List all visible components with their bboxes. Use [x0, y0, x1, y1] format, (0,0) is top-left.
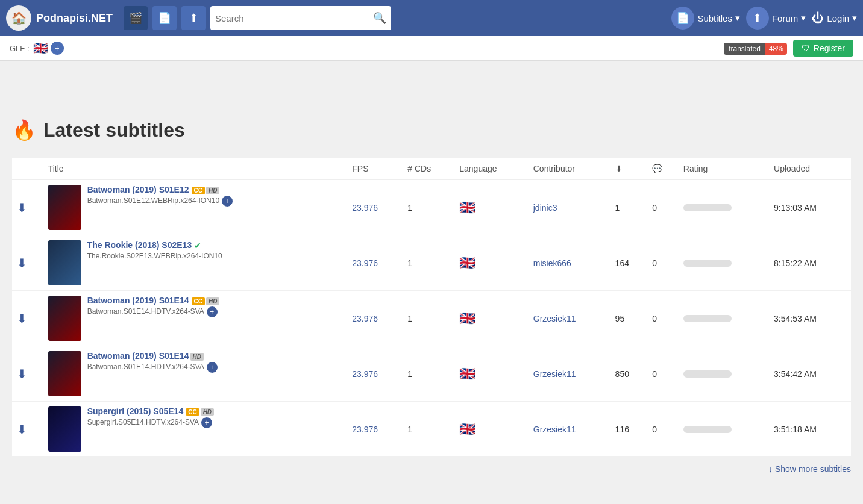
thumbnail [48, 185, 81, 230]
col-uploaded: Uploaded [769, 158, 851, 180]
table-row: ⬇ The Rookie (2018) S02E13✔ The.Rookie.S… [12, 235, 851, 291]
table-body: ⬇ Batwoman (2019) S01E12CCHD Batwoman.S0… [12, 180, 851, 457]
title-link[interactable]: Batwoman (2019) S01E14 [87, 296, 189, 305]
show-more-link[interactable]: ↓ Show more subtitles [768, 464, 851, 474]
subtitles-table: Title FPS # CDs Language Contributor ⬇ 💬… [12, 158, 851, 457]
download-cell: ⬇ [12, 346, 43, 402]
search-button[interactable]: 🔍 [373, 11, 386, 25]
language-cell: 🇬🇧 [454, 346, 529, 402]
nav-right: 📄 Subtitles ▾ ⬆ Forum ▾ ⏻ Login ▾ [671, 7, 857, 30]
contributor-link[interactable]: Grzesiek11 [533, 369, 576, 379]
rating-cell [679, 291, 769, 346]
film-icon-button[interactable]: 🎬 [124, 6, 148, 30]
language-cell: 🇬🇧 [454, 235, 529, 291]
downloads-cell: 164 [610, 235, 648, 291]
title-cell: Batwoman (2019) S01E14CCHD Batwoman.S01E… [43, 291, 348, 346]
contributor-link[interactable]: jdinic3 [533, 203, 557, 213]
title-link[interactable]: Batwoman (2019) S01E12 [87, 185, 189, 194]
download-button[interactable]: ⬇ [17, 367, 27, 381]
login-label: Login [827, 13, 849, 23]
add-release-button[interactable]: + [222, 196, 233, 207]
home-icon: 🏠 [6, 5, 31, 31]
forum-icon: ⬆ [746, 7, 769, 30]
release-name: The.Rookie.S02E13.WEBRip.x264-ION10 [87, 252, 222, 260]
cds-cell: 1 [403, 180, 454, 235]
thumbnail [48, 296, 81, 341]
uploaded-cell: 9:13:03 AM [769, 180, 851, 235]
search-icon: 🔍 [373, 12, 386, 24]
translated-label: translated [724, 43, 765, 55]
register-button[interactable]: 🛡 Register [793, 40, 853, 57]
release-name: Batwoman.S01E14.HDTV.x264-SVA+ [87, 306, 220, 317]
table-row: ⬇ Batwoman (2019) S01E12CCHD Batwoman.S0… [12, 180, 851, 235]
section-title: 🔥 Latest subtitles [12, 109, 851, 148]
brand-logo[interactable]: 🏠 Podnapisi.NET [6, 5, 113, 31]
title-link[interactable]: The Rookie (2018) S02E13 [87, 240, 192, 250]
thumbnail [48, 406, 81, 452]
share-icon: ⬆ [189, 11, 198, 25]
download-button[interactable]: ⬇ [17, 423, 27, 436]
contributor-cell: Grzesiek11 [529, 291, 610, 346]
release-name: Batwoman.S01E14.HDTV.x264-SVA+ [87, 362, 218, 373]
language-flag: 🇬🇧 [33, 41, 48, 55]
hero-space [12, 61, 851, 109]
thumbnail [48, 351, 81, 396]
comments-cell: 0 [647, 291, 679, 346]
download-cell: ⬇ [12, 402, 43, 457]
downloads-cell: 1 [610, 180, 648, 235]
comments-cell: 0 [647, 402, 679, 457]
subtitles-chevron-icon: ▾ [735, 13, 740, 23]
rating-cell [679, 402, 769, 457]
search-input[interactable] [215, 13, 369, 23]
search-bar: 🔍 [210, 6, 391, 30]
rating-cell [679, 346, 769, 402]
downloads-cell: 116 [610, 402, 648, 457]
subbar-right: translated48% 🛡 Register [724, 40, 853, 57]
add-release-button[interactable]: + [207, 306, 218, 317]
comments-cell: 0 [647, 180, 679, 235]
rating-bar [683, 204, 732, 211]
contributor-cell: Grzesiek11 [529, 346, 610, 402]
doc-icon: 📄 [158, 11, 171, 25]
col-cds: # CDs [403, 158, 454, 180]
subtitles-menu-button[interactable]: 📄 Subtitles ▾ [671, 7, 740, 30]
hd-badge: HD [206, 297, 219, 305]
download-button[interactable]: ⬇ [17, 312, 27, 325]
download-cell: ⬇ [12, 180, 43, 235]
uploaded-cell: 8:15:22 AM [769, 235, 851, 291]
col-download [12, 158, 43, 180]
add-release-button[interactable]: + [207, 362, 218, 373]
login-button[interactable]: ⏻ Login ▾ [812, 11, 857, 25]
title-link[interactable]: Supergirl (2015) S05E14 [87, 406, 184, 416]
cc-badge: CC [192, 297, 205, 305]
share-icon-button[interactable]: ⬆ [181, 6, 206, 30]
contributor-link[interactable]: Grzesiek11 [533, 425, 576, 434]
flame-icon: 🔥 [12, 119, 36, 142]
download-cell: ⬇ [12, 235, 43, 291]
cds-cell: 1 [403, 402, 454, 457]
login-chevron-icon: ▾ [852, 13, 857, 23]
hd-badge: HD [206, 187, 219, 194]
contributor-cell: jdinic3 [529, 180, 610, 235]
contributor-link[interactable]: misiek666 [533, 258, 571, 268]
language-cell: 🇬🇧 [454, 402, 529, 457]
doc-icon-button[interactable]: 📄 [152, 6, 177, 30]
download-button[interactable]: ⬇ [17, 257, 27, 270]
col-title: Title [43, 158, 348, 180]
language-cell: 🇬🇧 [454, 180, 529, 235]
downloads-cell: 850 [610, 346, 648, 402]
fps-cell: 23.976 [347, 291, 403, 346]
add-language-button[interactable]: + [51, 42, 64, 55]
title-cell: Supergirl (2015) S05E14CCHD Supergirl.S0… [43, 402, 348, 457]
download-button[interactable]: ⬇ [17, 201, 27, 214]
hd-badge: HD [201, 408, 214, 416]
fps-cell: 23.976 [347, 235, 403, 291]
contributor-cell: misiek666 [529, 235, 610, 291]
fps-cell: 23.976 [347, 180, 403, 235]
add-release-button[interactable]: + [201, 417, 212, 428]
title-link[interactable]: Batwoman (2019) S01E14 [87, 351, 189, 361]
rating-bar [683, 260, 732, 267]
forum-menu-button[interactable]: ⬆ Forum ▾ [746, 7, 806, 30]
glf-label: GLF : [10, 44, 30, 53]
contributor-link[interactable]: Grzesiek11 [533, 314, 576, 323]
